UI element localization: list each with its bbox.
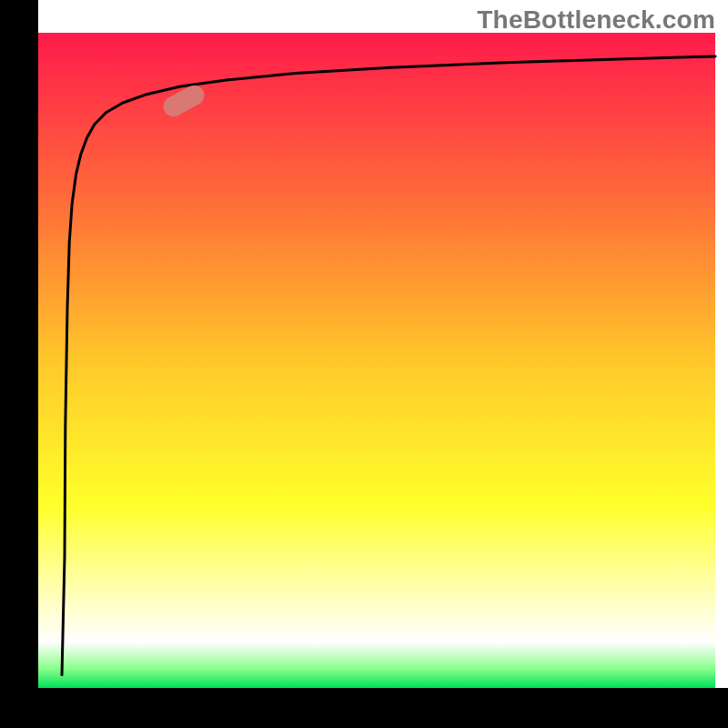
x-axis <box>0 688 728 728</box>
bottleneck-chart <box>0 0 728 728</box>
y-axis <box>0 0 38 728</box>
plot-background <box>38 33 715 688</box>
chart-container: TheBottleneck.com <box>0 0 728 728</box>
watermark-text: TheBottleneck.com <box>477 5 715 35</box>
